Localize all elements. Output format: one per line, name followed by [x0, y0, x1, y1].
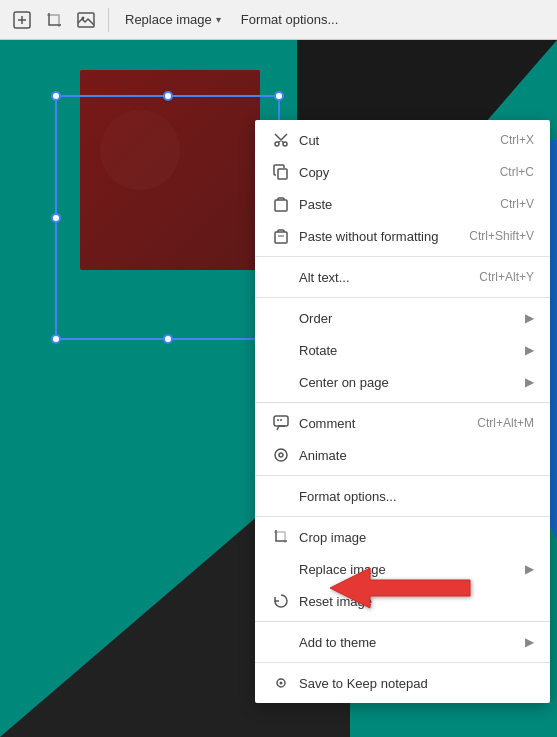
alt-text-label: Alt text...	[299, 270, 471, 285]
alt-text-shortcut: Ctrl+Alt+Y	[479, 270, 534, 284]
copy-icon	[271, 162, 291, 182]
separator-5	[255, 516, 550, 517]
crop-image-icon	[271, 527, 291, 547]
menu-item-alt-text[interactable]: Alt text... Ctrl+Alt+Y	[255, 261, 550, 293]
svg-rect-5	[278, 169, 287, 179]
separator-3	[255, 402, 550, 403]
toolbar-divider	[108, 8, 109, 32]
toolbar-image-icon[interactable]	[72, 6, 100, 34]
handle-top-right[interactable]	[274, 91, 284, 101]
menu-item-save-to-keep[interactable]: Save to Keep notepad	[255, 667, 550, 699]
menu-item-add-to-theme[interactable]: Add to theme ▶	[255, 626, 550, 658]
alt-text-icon	[271, 267, 291, 287]
svg-point-13	[279, 453, 283, 457]
animate-label: Animate	[299, 448, 534, 463]
cut-label: Cut	[299, 133, 492, 148]
menu-item-center[interactable]: Center on page ▶	[255, 366, 550, 398]
toolbar-crop-icon[interactable]	[40, 6, 68, 34]
handle-bot-center[interactable]	[163, 334, 173, 344]
handle-bot-left[interactable]	[51, 334, 61, 344]
reset-image-icon	[271, 591, 291, 611]
format-options-button[interactable]: Format options...	[233, 6, 347, 34]
cut-shortcut: Ctrl+X	[500, 133, 534, 147]
menu-item-format-options[interactable]: Format options...	[255, 480, 550, 512]
menu-item-crop-image[interactable]: Crop image	[255, 521, 550, 553]
center-icon	[271, 372, 291, 392]
selected-image[interactable]	[55, 95, 280, 340]
add-to-theme-label: Add to theme	[299, 635, 521, 650]
replace-image-label: Replace image	[125, 12, 212, 27]
comment-label: Comment	[299, 416, 469, 431]
menu-item-order[interactable]: Order ▶	[255, 302, 550, 334]
save-to-keep-label: Save to Keep notepad	[299, 676, 534, 691]
menu-item-rotate[interactable]: Rotate ▶	[255, 334, 550, 366]
menu-item-replace-image[interactable]: Replace image ▶	[255, 553, 550, 585]
paste-plain-icon	[271, 226, 291, 246]
menu-item-comment[interactable]: Comment Ctrl+Alt+M	[255, 407, 550, 439]
menu-item-paste-plain[interactable]: Paste without formatting Ctrl+Shift+V	[255, 220, 550, 252]
order-arrow: ▶	[525, 311, 534, 325]
paste-plain-label: Paste without formatting	[299, 229, 461, 244]
replace-image-icon	[271, 559, 291, 579]
separator-6	[255, 621, 550, 622]
replace-image-button[interactable]: Replace image ▾	[117, 6, 229, 34]
handle-mid-left[interactable]	[51, 213, 61, 223]
paste-shortcut: Ctrl+V	[500, 197, 534, 211]
separator-2	[255, 297, 550, 298]
separator-4	[255, 475, 550, 476]
animate-icon	[271, 445, 291, 465]
paste-icon	[271, 194, 291, 214]
toolbar: Replace image ▾ Format options...	[0, 0, 557, 40]
add-to-theme-icon	[271, 632, 291, 652]
toolbar-plus-icon[interactable]	[8, 6, 36, 34]
svg-point-15	[280, 682, 283, 685]
format-options-label: Format options...	[299, 489, 534, 504]
order-icon	[271, 308, 291, 328]
crop-image-label: Crop image	[299, 530, 534, 545]
reset-image-label: Reset image	[299, 594, 534, 609]
add-to-theme-arrow: ▶	[525, 635, 534, 649]
copy-shortcut: Ctrl+C	[500, 165, 534, 179]
paste-plain-shortcut: Ctrl+Shift+V	[469, 229, 534, 243]
separator-1	[255, 256, 550, 257]
center-arrow: ▶	[525, 375, 534, 389]
replace-image-arrow: ▶	[525, 562, 534, 576]
canvas-area: Cut Ctrl+X Copy Ctrl+C Paste Ctrl+V Past…	[0, 40, 557, 737]
comment-icon	[271, 413, 291, 433]
menu-item-animate[interactable]: Animate	[255, 439, 550, 471]
paste-label: Paste	[299, 197, 492, 212]
svg-rect-7	[275, 232, 287, 243]
comment-shortcut: Ctrl+Alt+M	[477, 416, 534, 430]
order-label: Order	[299, 311, 521, 326]
replace-image-label: Replace image	[299, 562, 521, 577]
svg-rect-6	[275, 200, 287, 211]
handle-top-left[interactable]	[51, 91, 61, 101]
cut-icon	[271, 130, 291, 150]
format-options-icon	[271, 486, 291, 506]
menu-item-paste[interactable]: Paste Ctrl+V	[255, 188, 550, 220]
rotate-icon	[271, 340, 291, 360]
copy-label: Copy	[299, 165, 492, 180]
menu-item-reset-image[interactable]: Reset image	[255, 585, 550, 617]
context-menu: Cut Ctrl+X Copy Ctrl+C Paste Ctrl+V Past…	[255, 120, 550, 703]
keep-icon	[271, 673, 291, 693]
menu-item-cut[interactable]: Cut Ctrl+X	[255, 124, 550, 156]
separator-7	[255, 662, 550, 663]
format-options-label: Format options...	[241, 12, 339, 27]
handle-top-center[interactable]	[163, 91, 173, 101]
menu-item-copy[interactable]: Copy Ctrl+C	[255, 156, 550, 188]
rotate-label: Rotate	[299, 343, 521, 358]
center-label: Center on page	[299, 375, 521, 390]
svg-point-12	[275, 449, 287, 461]
rotate-arrow: ▶	[525, 343, 534, 357]
replace-image-caret: ▾	[216, 14, 221, 25]
